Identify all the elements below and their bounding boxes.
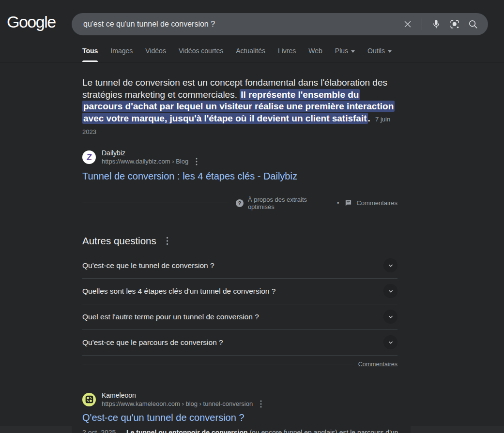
three-dot-menu-icon[interactable] xyxy=(193,158,200,165)
snippet-footer: ? À propos des extraits optimisés • Comm… xyxy=(82,196,397,210)
search-input[interactable] xyxy=(83,20,400,29)
source-name[interactable]: Dailybiz xyxy=(102,149,200,157)
paa-question-row[interactable]: Qu'est-ce que le parcours de conversion … xyxy=(82,330,397,356)
paa-question-text: Quelles sont les 4 étapes clés d'un tunn… xyxy=(82,287,275,296)
source-name[interactable]: Kameleoon xyxy=(102,391,264,399)
search-bar-actions xyxy=(400,17,480,31)
chevron-down-icon xyxy=(387,314,394,320)
tab-videos-courtes[interactable]: Vidéos courtes xyxy=(179,47,223,62)
caret-down-icon xyxy=(351,50,355,53)
result-type-tabs: Tous Images Vidéos Vidéos courtes Actual… xyxy=(82,47,392,62)
people-also-ask-heading: Autres questions xyxy=(82,235,397,247)
caret-down-icon xyxy=(388,50,392,53)
search-icon[interactable] xyxy=(466,17,480,31)
search-bar[interactable] xyxy=(72,13,488,35)
chevron-down-icon xyxy=(387,288,394,295)
tab-images[interactable]: Images xyxy=(110,47,133,62)
tab-web[interactable]: Web xyxy=(308,47,322,62)
expand-question-button[interactable] xyxy=(383,284,397,298)
people-also-ask-list: Qu'est-ce que le tunnel de conversion ? … xyxy=(82,253,397,372)
paa-question-row[interactable]: Quel est l'autre terme pour un tunnel de… xyxy=(82,304,397,330)
search-bar-divider xyxy=(422,18,422,30)
featured-snippet-text: Le tunnel de conversion est un concept f… xyxy=(82,77,397,138)
paa-question-row[interactable]: Qu'est-ce que le tunnel de conversion ? xyxy=(82,253,397,279)
paa-feedback-link[interactable]: Commentaires xyxy=(358,361,397,368)
chevron-down-icon xyxy=(387,339,394,346)
snippet-period: . xyxy=(368,113,373,123)
source-url-breadcrumb[interactable]: https://www.kameleoon.com › blog › tunne… xyxy=(102,400,253,407)
microphone-icon[interactable] xyxy=(429,17,443,31)
kameleoon-logo-glyph xyxy=(85,395,93,403)
three-dot-menu-icon[interactable] xyxy=(164,237,171,245)
tab-outils[interactable]: Outils xyxy=(367,47,392,62)
three-dot-menu-icon[interactable] xyxy=(258,400,264,408)
tab-livres[interactable]: Livres xyxy=(278,47,296,62)
kameleoon-favicon[interactable] xyxy=(82,393,96,406)
google-logo[interactable]: Google xyxy=(7,13,56,31)
lens-camera-icon[interactable] xyxy=(447,17,462,31)
page-bottom-edge xyxy=(0,426,504,433)
tab-tous[interactable]: Tous xyxy=(82,47,98,62)
expand-question-button[interactable] xyxy=(383,258,397,272)
paa-footer-divider xyxy=(82,364,352,364)
dailybiz-favicon[interactable]: Z xyxy=(82,150,96,164)
snippet-feedback-link[interactable]: Commentaires xyxy=(356,199,397,207)
tab-videos[interactable]: Vidéos xyxy=(145,47,166,62)
paa-heading-text: Autres questions xyxy=(82,235,156,247)
expand-question-button[interactable] xyxy=(383,335,397,349)
paa-question-row[interactable]: Quelles sont les 4 étapes clés d'un tunn… xyxy=(82,279,397,304)
snippet-source-block: Z Dailybiz https://www.dailybiz.com › Bl… xyxy=(82,149,397,165)
about-featured-snippets-link[interactable]: À propos des extraits optimisés xyxy=(248,196,331,210)
search-header: Google xyxy=(0,0,504,62)
results-column: Le tunnel de conversion est un concept f… xyxy=(82,62,397,433)
help-circle-icon[interactable]: ? xyxy=(236,199,244,207)
footer-dot-separator: • xyxy=(337,199,339,207)
snippet-footer-divider xyxy=(82,203,228,203)
snippet-result-title[interactable]: Tunnel de conversion : les 4 étapes clés… xyxy=(82,171,297,182)
result-source-block: Kameleoon https://www.kameleoon.com › bl… xyxy=(82,391,397,408)
tab-actualites[interactable]: Actualités xyxy=(236,47,265,62)
tab-plus[interactable]: Plus xyxy=(335,47,355,62)
expand-question-button[interactable] xyxy=(383,310,397,324)
feedback-comment-icon[interactable] xyxy=(345,199,352,207)
paa-question-text: Qu'est-ce que le tunnel de conversion ? xyxy=(82,261,214,270)
result-title[interactable]: Q'est-ce qu'un tunnel de conversion ? xyxy=(82,412,244,423)
paa-footer: Commentaires xyxy=(82,357,397,372)
source-url-breadcrumb[interactable]: https://www.dailybiz.com › Blog xyxy=(102,158,188,165)
paa-question-text: Qu'est-ce que le parcours de conversion … xyxy=(82,338,223,347)
paa-question-text: Quel est l'autre terme pour un tunnel de… xyxy=(82,313,259,321)
dailybiz-z-logo: Z xyxy=(86,153,92,162)
chevron-down-icon xyxy=(387,262,394,269)
clear-search-icon[interactable] xyxy=(400,17,415,31)
